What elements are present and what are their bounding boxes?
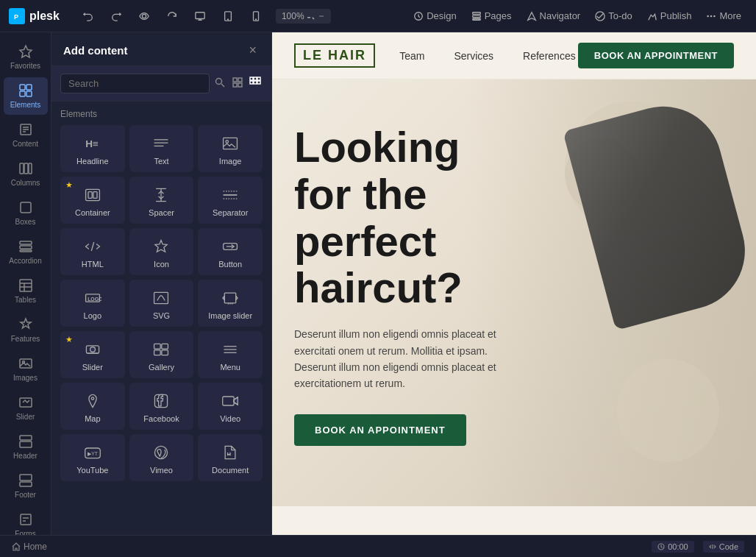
preview-button[interactable] xyxy=(133,8,155,24)
search-input[interactable] xyxy=(60,74,210,93)
element-html[interactable]: HTML xyxy=(60,228,125,275)
svg-point-90 xyxy=(90,347,95,352)
navigator-button[interactable]: Navigator xyxy=(521,7,587,24)
element-logo[interactable]: LOGO Logo xyxy=(60,280,125,327)
svg-marker-15 xyxy=(527,12,535,20)
element-spacer[interactable]: Spacer xyxy=(129,177,194,224)
more-button[interactable]: More xyxy=(700,7,747,24)
svg-rect-92 xyxy=(162,344,168,349)
element-slider[interactable]: ★ Slider xyxy=(60,331,125,378)
refresh-button[interactable] xyxy=(161,8,183,24)
svg-rect-30 xyxy=(24,163,28,174)
svg-rect-61 xyxy=(254,81,257,84)
desktop-button[interactable] xyxy=(189,8,211,24)
sidebar-item-columns[interactable]: Columns xyxy=(4,155,48,193)
element-text[interactable]: Text xyxy=(129,125,194,172)
panel-close-button[interactable]: × xyxy=(246,43,260,58)
todo-button[interactable]: To-do xyxy=(589,7,638,24)
svg-rect-71 xyxy=(93,192,97,199)
elements-grid: H≡ Headline Text Image ★ Container xyxy=(60,125,263,481)
element-facebook-label: Facebook xyxy=(143,414,179,423)
panel-header: Add content × xyxy=(51,32,271,66)
svg-rect-62 xyxy=(257,81,260,84)
element-button[interactable]: Button xyxy=(198,228,263,275)
element-document[interactable]: Document xyxy=(198,434,263,481)
grid-view-button[interactable] xyxy=(248,75,263,92)
sidebar-item-tables[interactable]: Tables xyxy=(4,272,48,310)
svg-point-2 xyxy=(142,14,146,18)
hero-cta-button[interactable]: BOOK AN APPOINTMENT xyxy=(294,414,466,446)
svg-rect-59 xyxy=(257,77,260,80)
element-separator[interactable]: Separator xyxy=(198,177,263,224)
sidebar-item-accordion[interactable]: Accordion xyxy=(4,233,48,271)
svg-point-19 xyxy=(713,15,716,17)
nav-link-team[interactable]: Team xyxy=(399,50,424,62)
element-image-slider[interactable]: Image slider xyxy=(198,280,263,327)
svg-rect-100 xyxy=(223,397,234,405)
element-map[interactable]: Map xyxy=(60,383,125,430)
element-video[interactable]: Video xyxy=(198,383,263,430)
list-view-button[interactable] xyxy=(230,75,245,92)
svg-rect-43 xyxy=(20,436,32,440)
tablet-button[interactable] xyxy=(217,8,239,24)
svg-rect-10 xyxy=(319,15,324,16)
sidebar-item-content[interactable]: Content xyxy=(4,116,48,154)
svg-point-51 xyxy=(216,79,222,85)
time-badge: 00:00 xyxy=(652,541,694,553)
sidebar-item-features[interactable]: Features xyxy=(4,311,48,349)
mobile-button[interactable] xyxy=(245,8,267,24)
svg-rect-21 xyxy=(20,85,25,90)
view-toggle xyxy=(230,75,263,92)
element-facebook[interactable]: Facebook xyxy=(129,383,194,430)
nav-link-references[interactable]: References xyxy=(523,50,576,62)
element-svg[interactable]: SVG xyxy=(129,280,194,327)
element-separator-label: Separator xyxy=(213,208,248,217)
svg-point-18 xyxy=(710,15,713,17)
svg-rect-32 xyxy=(21,202,31,213)
svg-rect-91 xyxy=(154,344,161,349)
top-toolbar: P plesk 100% Design Pages xyxy=(0,0,756,32)
element-youtube[interactable]: ▶YT YouTube xyxy=(60,434,125,481)
svg-point-68 xyxy=(226,141,228,143)
undo-button[interactable] xyxy=(77,8,99,24)
element-image-label: Image xyxy=(219,157,242,166)
sidebar-item-elements[interactable]: Elements xyxy=(4,77,48,115)
svg-rect-57 xyxy=(250,77,253,80)
search-icon-button[interactable] xyxy=(214,77,226,91)
element-menu[interactable]: Menu xyxy=(198,331,263,378)
sidebar-item-forms[interactable]: Forms xyxy=(4,506,48,535)
sidebar-item-images[interactable]: Images xyxy=(4,350,48,388)
svg-rect-56 xyxy=(238,83,242,87)
svg-line-52 xyxy=(221,84,224,87)
element-vimeo[interactable]: Vimeo xyxy=(129,434,194,481)
app-logo: P plesk xyxy=(9,8,60,24)
design-button[interactable]: Design xyxy=(407,7,462,24)
hero-decor-circle-3 xyxy=(616,359,719,462)
sidebar-item-footer[interactable]: Footer xyxy=(4,467,48,505)
sidebar-item-favorites[interactable]: Favorites xyxy=(4,38,48,76)
sidebar-item-boxes[interactable]: Boxes xyxy=(4,194,48,232)
element-document-label: Document xyxy=(212,466,249,475)
site-navigation: LE HAIR Team Services References BOOK AN… xyxy=(272,32,756,79)
zoom-control[interactable]: 100% xyxy=(276,9,331,24)
pages-button[interactable]: Pages xyxy=(466,7,518,24)
sidebar-item-header[interactable]: Header xyxy=(4,428,48,466)
element-image[interactable]: Image xyxy=(198,125,263,172)
element-icon[interactable]: Icon xyxy=(129,228,194,275)
element-gallery[interactable]: Gallery xyxy=(129,331,194,378)
element-headline[interactable]: H≡ Headline xyxy=(60,125,125,172)
toolbar-right: Design Pages Navigator To-do Publish Mor… xyxy=(407,7,747,24)
sidebar-item-slider[interactable]: Slider xyxy=(4,389,48,427)
redo-button[interactable] xyxy=(105,8,127,24)
svg-rect-12 xyxy=(472,12,480,14)
svg-rect-13 xyxy=(472,15,480,18)
svg-rect-29 xyxy=(20,163,24,174)
code-badge[interactable]: Code xyxy=(703,541,744,553)
publish-button[interactable]: Publish xyxy=(641,7,698,24)
site-nav-cta-button[interactable]: BOOK AN APPOINTMENT xyxy=(578,43,734,68)
element-slider-label: Slider xyxy=(82,363,103,372)
svg-rect-60 xyxy=(250,81,253,84)
nav-link-services[interactable]: Services xyxy=(454,50,493,62)
element-map-label: Map xyxy=(85,414,100,423)
element-container[interactable]: ★ Container xyxy=(60,177,125,224)
